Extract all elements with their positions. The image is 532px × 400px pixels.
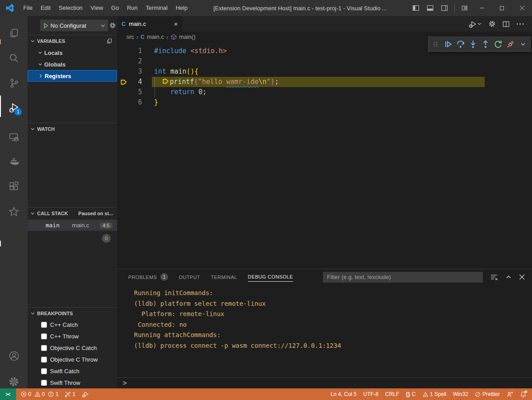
debug-console-input[interactable]: >: [117, 377, 532, 388]
breakpoint-checkbox[interactable]: [41, 345, 47, 351]
notifications-bell-icon[interactable]: [520, 391, 527, 398]
remote-explorer-icon[interactable]: [0, 126, 28, 148]
minimize-button[interactable]: [472, 0, 492, 16]
code-editor[interactable]: 1#include <stdio.h>23int main(){4 printf…: [117, 42, 532, 269]
breadcrumb-folder[interactable]: src: [126, 33, 134, 40]
chevron-down-icon[interactable]: [517, 38, 529, 50]
variables-item-registers[interactable]: Registers: [28, 70, 117, 82]
cursor-position[interactable]: Ln 4, Col 5: [331, 391, 356, 397]
formatter-status[interactable]: Prettier: [475, 391, 500, 397]
launch-configuration-dropdown[interactable]: No Configurat: [40, 20, 108, 31]
remote-indicator[interactable]: ><: [0, 388, 16, 400]
breakpoint-row-c-throw[interactable]: C++ Throw: [28, 330, 117, 342]
tree-item-label: Locals: [44, 50, 63, 56]
breakpoint-checkbox[interactable]: [41, 357, 47, 362]
explorer-icon[interactable]: [0, 22, 28, 44]
tab-main-c[interactable]: C main.c ×: [117, 16, 182, 32]
menu-go[interactable]: Go: [107, 0, 123, 16]
menu-view[interactable]: View: [87, 0, 107, 16]
eol-sequence[interactable]: CRLF: [385, 391, 399, 397]
close-panel-icon[interactable]: [519, 274, 525, 280]
variables-item-globals[interactable]: Globals: [28, 58, 117, 70]
breakpoint-checkbox[interactable]: [41, 322, 47, 328]
more-actions-icon[interactable]: ···: [516, 20, 525, 28]
search-icon[interactable]: [0, 47, 28, 69]
stack-frame-row[interactable]: main main.c 4:5: [28, 220, 117, 231]
chevron-down-icon: [30, 127, 35, 131]
watch-title: WATCH: [37, 126, 55, 132]
breadcrumb-symbol[interactable]: main(): [179, 33, 196, 40]
restart-icon[interactable]: [492, 38, 504, 50]
platform-target[interactable]: Win32: [453, 391, 468, 397]
code-text: }: [154, 97, 158, 108]
step-into-icon[interactable]: [467, 38, 479, 50]
breakpoint-checkbox[interactable]: [41, 368, 47, 374]
open-launch-json-gear-icon[interactable]: [109, 22, 116, 29]
console-filter-input[interactable]: [323, 272, 483, 283]
extensions-icon[interactable]: [0, 176, 28, 197]
run-or-debug-button[interactable]: [469, 20, 482, 28]
breadcrumb-file[interactable]: main.c: [147, 33, 164, 40]
copy-icon[interactable]: [106, 38, 113, 44]
chevron-down-icon: [478, 22, 482, 26]
step-out-icon[interactable]: [480, 38, 492, 50]
code-text: printf("hello wamr-ide\n");: [154, 77, 279, 87]
call-stack-section-header[interactable]: CALL STACK Paused on st...: [28, 208, 117, 219]
language-mode[interactable]: {} C: [406, 391, 416, 397]
panel-header: PROBLEMS1OUTPUTTERMINALDEBUG CONSOLE: [117, 269, 532, 285]
menu-selection[interactable]: Selection: [54, 0, 86, 16]
customize-layout-icon[interactable]: [457, 0, 472, 16]
breakpoint-row-swift-catch[interactable]: Swift Catch: [28, 365, 117, 377]
watch-section-header[interactable]: WATCH: [28, 124, 117, 134]
step-over-icon[interactable]: [455, 38, 467, 50]
panel-tab-terminal[interactable]: TERMINAL: [211, 270, 237, 285]
panel-tab-debug-console[interactable]: DEBUG CONSOLE: [248, 270, 293, 285]
menu-edit[interactable]: Edit: [37, 0, 54, 16]
breakpoint-row-objective-c-throw[interactable]: Objective C Throw: [28, 354, 117, 365]
problems-status[interactable]: 0 0 1: [21, 391, 59, 397]
console-line: (lldb) platform select remote-linux: [134, 299, 532, 309]
breakpoint-label: C++ Throw: [50, 333, 79, 340]
encoding[interactable]: UTF-8: [363, 391, 378, 397]
toggle-secondary-sidebar-icon[interactable]: [437, 0, 452, 16]
close-window-button[interactable]: [512, 0, 532, 16]
breakpoint-row-c-catch[interactable]: C++ Catch: [28, 319, 117, 330]
split-editor-icon[interactable]: [503, 21, 510, 28]
breakpoint-row-swift-throw[interactable]: Swift Throw: [28, 377, 117, 388]
toggle-sidebar-icon[interactable]: [409, 0, 423, 16]
feedback-icon[interactable]: [507, 391, 513, 398]
debug-console-output[interactable]: Running initCommands:(lldb) platform sel…: [117, 285, 532, 377]
breakpoint-checkbox[interactable]: [41, 333, 47, 339]
star-icon[interactable]: [0, 201, 28, 222]
menu-file[interactable]: File: [19, 0, 37, 16]
close-tab-icon[interactable]: ×: [174, 20, 178, 28]
toggle-panel-icon[interactable]: [423, 0, 437, 16]
maximize-button[interactable]: [492, 0, 512, 16]
menu-help[interactable]: Help: [172, 0, 192, 16]
account-icon[interactable]: [0, 345, 28, 367]
settings-gear-icon[interactable]: [488, 20, 496, 28]
breakpoint-row-objective-c-catch[interactable]: Objective C Catch: [28, 342, 117, 354]
panel-tab-problems[interactable]: PROBLEMS1: [128, 270, 168, 285]
panel-tab-output[interactable]: OUTPUT: [179, 270, 200, 285]
breakpoint-checkbox[interactable]: [41, 380, 47, 386]
menu-terminal[interactable]: Terminal: [142, 0, 172, 16]
variables-item-locals[interactable]: Locals: [28, 47, 117, 58]
start-debug-icon[interactable]: [43, 23, 49, 29]
source-control-icon[interactable]: [0, 72, 28, 94]
continue-icon[interactable]: [442, 38, 454, 50]
debug-sidebar: No Configurat VARIABLES Locals Globals R…: [28, 16, 117, 388]
variables-section-header[interactable]: VARIABLES: [28, 36, 117, 46]
spell-checker-status[interactable]: 1 Spell: [423, 391, 447, 397]
breakpoints-section-header[interactable]: BREAKPOINTS: [28, 308, 117, 319]
run-and-debug-icon[interactable]: [0, 97, 28, 119]
disconnect-icon[interactable]: [504, 38, 516, 50]
code-line-3: 3int main(){: [117, 67, 532, 77]
docker-icon[interactable]: [0, 151, 28, 172]
debug-status[interactable]: [82, 391, 89, 398]
maximize-panel-icon[interactable]: [506, 274, 511, 280]
tools-status[interactable]: 1: [65, 391, 75, 397]
menu-run[interactable]: Run: [123, 0, 142, 16]
clear-console-icon[interactable]: [490, 273, 498, 281]
toolbar-grip-icon[interactable]: [430, 38, 442, 50]
